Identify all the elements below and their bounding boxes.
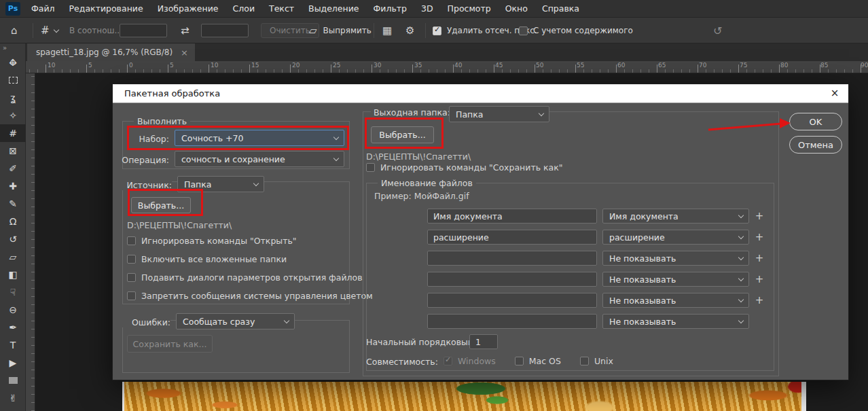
crop-tool-preset-button[interactable]: # xyxy=(41,18,58,43)
double-chevron-icon: » xyxy=(3,44,7,52)
set-dropdown[interactable]: Сочность +70 xyxy=(175,130,344,146)
content-aware-checkbox[interactable] xyxy=(519,26,528,35)
action-dropdown[interactable]: сочность и сохранение xyxy=(175,151,344,167)
crop-width-input[interactable] xyxy=(120,24,167,37)
output-dropdown[interactable]: Папка xyxy=(449,106,549,122)
compat-option-2[interactable]: Unix xyxy=(580,355,613,366)
tool-history-brush[interactable]: ↺ xyxy=(0,230,26,248)
tool-rectangle[interactable] xyxy=(0,372,26,389)
compat-option-0[interactable]: ✓Windows xyxy=(444,355,496,366)
vertical-ruler xyxy=(26,73,35,411)
menu-item-2[interactable]: Изображение xyxy=(158,3,219,14)
tool-magic-wand[interactable]: ✧ xyxy=(0,107,26,124)
naming-select-1[interactable]: расширение xyxy=(602,230,749,245)
output-choose-button[interactable]: Выбрать... xyxy=(371,126,434,143)
tool-eraser[interactable]: ▱ xyxy=(0,248,26,266)
tool-frame[interactable]: ⊠ xyxy=(0,142,26,160)
menu-item-5[interactable]: Выделение xyxy=(308,3,359,14)
chevron-down-icon xyxy=(333,135,339,140)
cancel-button[interactable]: Отмена xyxy=(789,136,842,154)
errors-dropdown[interactable]: Сообщать сразу xyxy=(176,313,295,329)
menu-item-8[interactable]: Просмотр xyxy=(448,3,491,14)
delete-cropped-checkbox[interactable]: ✓ xyxy=(433,26,441,35)
crop-settings-button[interactable]: ⚙ xyxy=(405,18,414,43)
ruler-label: 25 xyxy=(333,62,340,69)
swap-dimensions-button[interactable]: ⇄ xyxy=(181,18,189,43)
ignore-save-as-option[interactable]: Игнорировать команды "Сохранить как" xyxy=(366,162,563,173)
naming-input-4[interactable] xyxy=(427,293,597,308)
tool-rail: » ↔↕ʓ✧#⊠✐✚✎Ω↺▱◧☟⊖✒T▶✌ xyxy=(0,43,26,411)
collapse-panels-button[interactable]: » xyxy=(0,43,25,54)
tool-pen[interactable]: ✒ xyxy=(0,319,26,336)
add-row-icon[interactable]: + xyxy=(755,252,764,264)
compat-checkbox-0[interactable]: ✓ xyxy=(444,357,452,365)
checkbox[interactable] xyxy=(127,273,136,282)
menu-item-1[interactable]: Редактирование xyxy=(69,3,143,14)
naming-input-2[interactable] xyxy=(427,251,597,266)
naming-row-0: Имя документа+ xyxy=(427,209,764,224)
separator xyxy=(425,23,426,38)
tool-path-selection[interactable]: ▶ xyxy=(0,354,26,372)
tool-lasso[interactable]: ʓ xyxy=(0,89,26,107)
output-value: Папка xyxy=(456,109,483,120)
source-dropdown[interactable]: Папка xyxy=(177,176,264,192)
compat-checkbox-1[interactable] xyxy=(515,357,524,365)
tool-dodge[interactable]: ⊖ xyxy=(0,301,26,319)
tool-move[interactable]: ↔↕ xyxy=(0,54,26,71)
content-aware-option[interactable]: С учетом содержимого xyxy=(519,18,633,43)
add-row-icon[interactable]: + xyxy=(755,294,764,306)
serial-input[interactable] xyxy=(469,334,498,349)
overlay-options-button[interactable]: ▦ xyxy=(382,18,392,43)
tool-gradient[interactable]: ◧ xyxy=(0,266,26,283)
home-button[interactable]: ⌂ xyxy=(11,18,18,43)
straighten-button[interactable]: ▱ Выпрямить xyxy=(309,18,372,43)
dialog-close-icon[interactable]: × xyxy=(828,87,842,99)
naming-select-4[interactable]: Не показывать xyxy=(602,293,749,308)
naming-select-5[interactable]: Не показывать xyxy=(602,314,749,329)
naming-select-0[interactable]: Имя документа xyxy=(602,209,749,224)
naming-input-5[interactable] xyxy=(427,314,597,329)
tab-close-icon[interactable]: × xyxy=(181,48,188,58)
source-option-3[interactable]: Запретить сообщения системы управления ц… xyxy=(127,290,373,301)
menu-item-6[interactable]: Фильтр xyxy=(374,3,407,14)
add-row-icon[interactable]: + xyxy=(755,210,764,222)
menu-item-3[interactable]: Слои xyxy=(233,3,255,14)
checkbox[interactable] xyxy=(127,236,136,245)
compat-option-1[interactable]: Mac OS xyxy=(515,355,561,366)
tool-healing-brush[interactable]: ✚ xyxy=(0,177,26,195)
menu-item-0[interactable]: Файл xyxy=(31,3,55,14)
compat-checkbox-2[interactable] xyxy=(580,357,589,365)
tool-brush[interactable]: ✎ xyxy=(0,195,26,213)
ok-button[interactable]: OK xyxy=(789,113,842,130)
save-as-button[interactable]: Сохранить как... xyxy=(127,335,213,353)
menu-item-9[interactable]: Окно xyxy=(505,3,528,14)
naming-input-0[interactable] xyxy=(427,209,597,224)
source-option-1[interactable]: Включить все вложенные папки xyxy=(127,253,373,264)
crop-height-input[interactable] xyxy=(201,24,249,37)
ignore-save-as-checkbox[interactable] xyxy=(366,163,375,172)
menu-item-7[interactable]: 3D xyxy=(421,3,433,14)
naming-select-3[interactable]: Не показывать xyxy=(602,272,749,287)
tool-hand[interactable]: ✌ xyxy=(0,389,26,407)
source-option-0[interactable]: Игнорировать команды "Открыть" xyxy=(127,235,373,246)
menu-item-4[interactable]: Текст xyxy=(269,3,294,14)
tool-type[interactable]: T xyxy=(0,336,26,354)
source-choose-button[interactable]: Выбрать... xyxy=(131,197,191,213)
naming-select-2[interactable]: Не показывать xyxy=(602,251,749,266)
naming-input-1[interactable] xyxy=(427,230,597,245)
menu-item-10[interactable]: Справка xyxy=(542,3,579,14)
tool-eyedropper[interactable]: ✐ xyxy=(0,160,26,177)
tool-crop[interactable]: # xyxy=(0,124,26,142)
tool-clone-stamp[interactable]: Ω xyxy=(0,213,26,230)
add-row-icon[interactable]: + xyxy=(755,231,764,243)
checkbox[interactable] xyxy=(127,291,136,300)
reset-tool-button[interactable]: ↺ xyxy=(713,18,722,43)
dialog-title-bar[interactable]: Пакетная обработка × xyxy=(113,84,848,103)
tool-rectangular-marquee[interactable] xyxy=(0,71,26,89)
checkbox[interactable] xyxy=(127,255,136,264)
source-option-2[interactable]: Подавить диалоги параметров открытия фай… xyxy=(127,272,373,283)
naming-input-3[interactable] xyxy=(427,272,597,287)
document-tab[interactable]: spagetti_18.jpg @ 16,7% (RGB/8) × xyxy=(27,43,195,61)
add-row-icon[interactable]: + xyxy=(755,273,764,285)
tool-smudge[interactable]: ☟ xyxy=(0,283,26,301)
